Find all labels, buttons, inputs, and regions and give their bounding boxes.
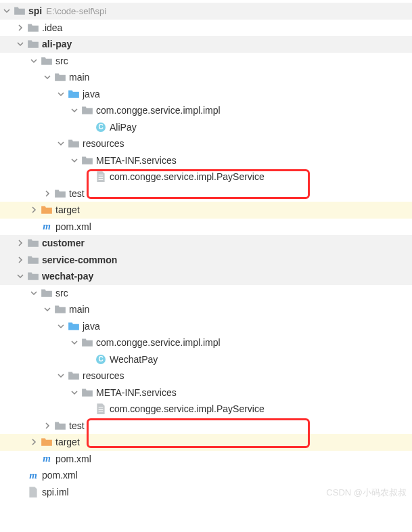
tree-row-module[interactable]: customer <box>0 235 412 252</box>
servicefile-label: com.congge.service.impl.PayService <box>110 171 265 182</box>
folder-icon <box>54 187 66 200</box>
resources-label: resources <box>83 370 124 381</box>
folder-icon <box>14 5 26 17</box>
chevron-down-icon[interactable] <box>68 154 81 167</box>
tree-row-module[interactable]: ali-pay <box>0 36 412 53</box>
tree-row[interactable]: resources <box>0 368 412 384</box>
chevron-down-icon[interactable] <box>41 303 54 316</box>
class-label: AliPay <box>110 122 137 133</box>
tree-row[interactable]: META-INF.services <box>0 384 412 401</box>
chevron-down-icon[interactable] <box>54 137 68 150</box>
tree-row[interactable]: target <box>0 202 412 219</box>
tree-row-file[interactable]: com.congge.service.impl.PayService <box>0 169 412 185</box>
excluded-folder-icon <box>41 436 53 448</box>
customer-label: customer <box>42 238 85 248</box>
folder-icon <box>54 71 66 83</box>
tree-row[interactable]: src <box>0 53 412 70</box>
chevron-right-icon[interactable] <box>41 419 54 433</box>
chevron-down-icon[interactable] <box>27 54 41 68</box>
package-icon <box>81 336 93 349</box>
tree-row-file[interactable]: com.congge.service.impl.PayService <box>0 401 412 418</box>
package-label: com.congge.service.impl.impl <box>96 337 221 348</box>
folder-icon <box>54 303 66 315</box>
chevron-down-icon[interactable] <box>27 286 41 300</box>
project-tree[interactable]: spi E:\code-self\spi .idea ali-pay src m… <box>0 0 412 503</box>
pom-label: pom.xml <box>55 221 91 232</box>
module-icon <box>27 254 39 266</box>
maven-icon: m <box>41 453 53 465</box>
chevron-down-icon[interactable] <box>68 104 81 117</box>
alipay-label: ali-pay <box>42 39 72 49</box>
java-label: java <box>83 89 100 99</box>
chevron-down-icon[interactable] <box>14 37 27 51</box>
tree-row-file[interactable]: m pom.xml <box>0 451 412 468</box>
package-icon <box>81 154 93 167</box>
tree-row[interactable]: target <box>0 434 412 451</box>
iml-icon <box>27 486 39 498</box>
package-icon <box>81 386 93 399</box>
tree-row-file[interactable]: m pom.xml <box>0 467 412 484</box>
module-icon <box>27 270 39 282</box>
chevron-down-icon[interactable] <box>14 269 27 283</box>
chevron-down-icon[interactable] <box>68 386 81 399</box>
tree-row-root[interactable]: spi E:\code-self\spi <box>0 3 412 20</box>
resources-folder-icon <box>68 370 80 382</box>
main-label: main <box>69 304 89 315</box>
chevron-down-icon[interactable] <box>0 4 14 18</box>
package-label: com.congge.service.impl.impl <box>96 105 221 116</box>
folder-icon <box>41 287 53 299</box>
root-label: spi <box>28 5 42 16</box>
target-label: target <box>55 437 80 447</box>
module-icon <box>27 237 39 249</box>
tree-row-module[interactable]: service-common <box>0 252 412 269</box>
chevron-right-icon[interactable] <box>14 21 27 35</box>
tree-row[interactable]: com.congge.service.impl.impl <box>0 334 412 351</box>
java-label: java <box>83 321 100 332</box>
chevron-right-icon[interactable] <box>41 187 54 200</box>
chevron-down-icon[interactable] <box>54 87 68 101</box>
tree-row-class[interactable]: C AliPay <box>0 119 412 136</box>
wechatpay-label: wechat-pay <box>42 271 93 282</box>
tree-row[interactable]: resources <box>0 135 412 152</box>
test-label: test <box>69 188 85 199</box>
test-label: test <box>69 420 85 431</box>
iml-label: spi.iml <box>42 487 69 497</box>
tree-row[interactable]: com.congge.service.impl.impl <box>0 102 412 119</box>
tree-row[interactable]: .idea <box>0 20 412 37</box>
chevron-down-icon[interactable] <box>41 70 54 84</box>
folder-icon <box>54 420 66 432</box>
metainf-label: META-INF.services <box>96 387 177 398</box>
chevron-right-icon[interactable] <box>27 203 41 217</box>
tree-row-file[interactable]: m pom.xml <box>0 219 412 236</box>
tree-row[interactable]: src <box>0 285 412 302</box>
tree-row[interactable]: META-INF.services <box>0 152 412 169</box>
tree-row[interactable]: main <box>0 69 412 86</box>
tree-row[interactable]: test <box>0 418 412 435</box>
chevron-down-icon[interactable] <box>54 319 68 333</box>
servicefile-label: com.congge.service.impl.PayService <box>110 403 265 414</box>
pom-label: pom.xml <box>55 453 91 464</box>
chevron-down-icon[interactable] <box>68 336 81 349</box>
class-icon: C <box>95 121 107 133</box>
tree-row[interactable]: java <box>0 86 412 103</box>
tree-row[interactable]: main <box>0 301 412 318</box>
chevron-right-icon[interactable] <box>14 236 27 250</box>
watermark: CSDN @小码农叔叔 <box>326 487 407 499</box>
tree-row[interactable]: test <box>0 185 412 202</box>
tree-row-class[interactable]: C WechatPay <box>0 351 412 368</box>
chevron-right-icon[interactable] <box>14 253 27 267</box>
src-label: src <box>55 56 68 66</box>
tree-row-module[interactable]: wechat-pay <box>0 268 412 285</box>
source-folder-icon <box>68 320 80 332</box>
chevron-down-icon[interactable] <box>54 369 68 382</box>
maven-icon: m <box>27 469 39 481</box>
pom-label: pom.xml <box>42 470 78 481</box>
folder-icon <box>41 55 53 67</box>
src-label: src <box>55 288 68 298</box>
tree-row[interactable]: java <box>0 318 412 335</box>
package-icon <box>81 104 93 116</box>
chevron-right-icon[interactable] <box>27 435 41 449</box>
folder-icon <box>27 22 39 34</box>
source-folder-icon <box>68 88 80 100</box>
servicecommon-label: service-common <box>42 254 117 265</box>
